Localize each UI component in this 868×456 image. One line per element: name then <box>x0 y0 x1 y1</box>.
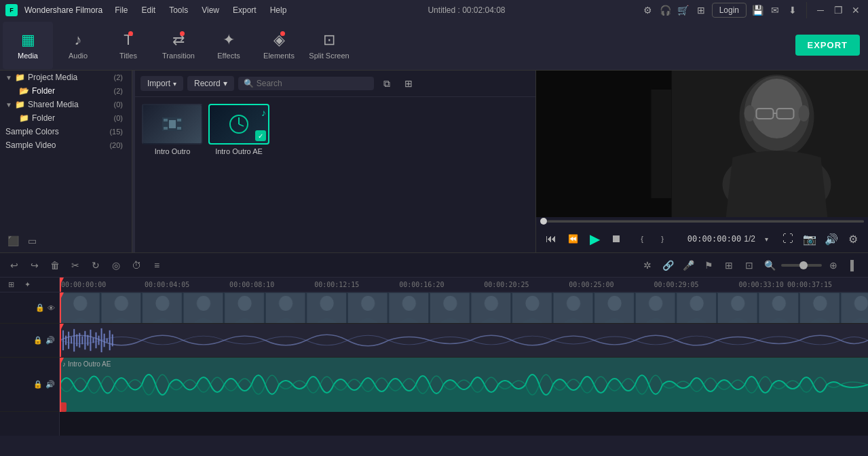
tab-transition[interactable]: ⇄ Transition <box>153 22 204 69</box>
titlebar-left: F Wondershare Filmora File Edit Tools Vi… <box>5 4 292 16</box>
motion-track-button[interactable]: ⊞ <box>720 256 738 274</box>
zoom-out-button[interactable]: 🔍 <box>761 256 778 274</box>
menu-tools[interactable]: Tools <box>164 4 193 16</box>
tab-elements[interactable]: ◈ Elements <box>254 22 304 69</box>
tab-media[interactable]: ▦ Media <box>3 22 53 69</box>
link-button[interactable]: 🔗 <box>659 256 677 274</box>
undo-button[interactable]: ↩ <box>5 256 23 274</box>
sidebar-button[interactable]: ▌ <box>845 256 863 274</box>
login-button[interactable]: Login <box>712 3 747 18</box>
import-button[interactable]: Import ▾ <box>140 76 183 91</box>
tree-folder2[interactable]: 📁 Folder (0) <box>0 111 132 125</box>
cut-button[interactable]: ✂ <box>67 256 84 274</box>
folder2-count: (0) <box>111 113 126 123</box>
menu-file[interactable]: File <box>109 4 133 16</box>
tree-project-media[interactable]: ▼ 📁 Project Media (2) <box>0 71 132 84</box>
adjust-button[interactable]: ≡ <box>148 256 166 274</box>
project-media-arrow: ▼ <box>5 74 12 81</box>
cart-icon[interactable]: 🛒 <box>677 3 690 17</box>
filter-button[interactable]: ⧉ <box>378 75 396 92</box>
stop-button[interactable]: ⏹ <box>607 229 626 248</box>
timeline-tracks[interactable]: 00:00:00:00 00:00:04:05 00:00:08:10 00:0… <box>60 278 868 436</box>
rewind-button[interactable]: ⏮ <box>542 229 561 248</box>
sample-colors-label: Sample Colors <box>5 127 106 136</box>
crop-button[interactable]: ◎ <box>107 256 125 274</box>
menu-help[interactable]: Help <box>265 4 293 16</box>
timeline-section: ↩ ↪ 🗑 ✂ ↻ ◎ ⏱ ≡ ✲ 🔗 🎤 ⚑ ⊞ ⊡ 🔍 ⊕ ▌ ⊞ <box>0 252 868 436</box>
mic-button[interactable]: 🎤 <box>679 256 697 274</box>
time-mark-7: 00:00:29:05 <box>654 281 698 288</box>
tree-folder[interactable]: 📂 Folder (2) <box>0 84 132 98</box>
pip-button[interactable]: ⊡ <box>740 256 758 274</box>
folder-label: Folder <box>32 86 111 96</box>
search-input[interactable] <box>257 79 369 88</box>
play-button[interactable]: ▶ <box>585 229 604 248</box>
email-icon[interactable]: ✉ <box>768 3 782 17</box>
audio-track-1[interactable]: // Generated via inline for waveform loo… <box>60 324 868 358</box>
titlebar-menu: File Edit Tools View Export Help <box>109 4 292 16</box>
fullscreen-button[interactable]: ⛶ <box>778 229 797 248</box>
media-item-intro-outro[interactable]: Intro Outro <box>142 104 203 155</box>
titlebar-separator <box>806 2 807 18</box>
media-item-intro-outro-ae[interactable]: ♪ ✓ Intro Outro AE <box>208 104 269 155</box>
titles-dot <box>128 31 133 36</box>
video-frame <box>536 71 868 217</box>
zoom-slider[interactable] <box>781 264 822 267</box>
close-button[interactable]: ✕ <box>849 3 863 17</box>
preview-scrubber[interactable] <box>536 217 868 225</box>
video-playhead <box>60 292 61 323</box>
audio-track-1-icon: 🔒 <box>33 336 43 345</box>
tab-audio[interactable]: ♪ Audio <box>53 22 103 69</box>
app-title: Wondershare Filmora <box>24 5 102 15</box>
audio-icon: ♪ <box>75 31 82 49</box>
tree-shared-media[interactable]: ▼ 📁 Shared Media (0) <box>0 98 132 111</box>
new-folder-button[interactable]: ⬛ <box>5 233 20 248</box>
menu-export[interactable]: Export <box>227 4 262 16</box>
view-toggle-button[interactable]: ⊞ <box>400 75 417 92</box>
settings2-button[interactable]: ⚙ <box>844 229 863 248</box>
tree-sample-video[interactable]: Sample Video (20) <box>0 138 132 152</box>
marker-button[interactable]: ⚑ <box>700 256 717 274</box>
next-frame-button[interactable]: } <box>653 229 672 248</box>
tab-split-screen[interactable]: ⊡ Split Screen <box>304 22 354 69</box>
search-box[interactable]: 🔍 <box>238 77 374 90</box>
step-back-button[interactable]: ⏪ <box>563 229 582 248</box>
settings-icon[interactable]: ⚙ <box>641 3 655 17</box>
scrubber-track[interactable] <box>547 221 864 223</box>
time-remap-button[interactable]: ⏱ <box>128 256 145 274</box>
audio-mute-icon: 🔊 <box>45 336 55 345</box>
delete-folder-button[interactable]: ▭ <box>24 233 39 248</box>
media-toolbar: Import ▾ Record ▾ 🔍 ⧉ ⊞ <box>135 71 535 97</box>
menu-edit[interactable]: Edit <box>136 4 162 16</box>
video-track[interactable] <box>60 292 868 324</box>
volume-button[interactable]: 🔊 <box>822 229 841 248</box>
headset-icon[interactable]: 🎧 <box>659 3 673 17</box>
redo-button[interactable]: ↪ <box>26 256 43 274</box>
page-dropdown[interactable]: ▾ <box>757 229 776 248</box>
download-icon[interactable]: ⬇ <box>786 3 799 17</box>
maximize-button[interactable]: ❐ <box>831 3 845 17</box>
tab-titles[interactable]: T Titles <box>103 22 153 69</box>
tree-sample-colors[interactable]: Sample Colors (15) <box>0 125 132 138</box>
zoom-thumb[interactable] <box>799 261 808 269</box>
svg-rect-31 <box>68 332 69 349</box>
minimize-button[interactable]: ─ <box>814 3 827 17</box>
screenshot-button[interactable]: 📷 <box>800 229 819 248</box>
page-indicator: 1/2 ▾ <box>744 229 776 248</box>
prev-frame-button[interactable]: { <box>633 229 652 248</box>
tab-effects[interactable]: ✦ Effects <box>204 22 254 69</box>
record-button[interactable]: Record ▾ <box>187 76 234 91</box>
add-track-button[interactable]: ⊞ <box>4 278 18 292</box>
delete-button[interactable]: 🗑 <box>46 256 64 274</box>
snap-button[interactable]: ✲ <box>639 256 656 274</box>
speed-button[interactable]: ↻ <box>87 256 105 274</box>
audio-track-2[interactable]: ♪ Intro Outro AE <box>60 358 868 412</box>
zoom-in-button[interactable]: ⊕ <box>825 256 842 274</box>
save-icon[interactable]: 💾 <box>751 3 764 17</box>
apps-icon[interactable]: ⊞ <box>694 3 708 17</box>
magnet-button[interactable]: ✦ <box>20 278 34 292</box>
time-display: 00:00:00:00 <box>687 234 741 244</box>
export-button[interactable]: EXPORT <box>795 35 860 56</box>
menu-view[interactable]: View <box>196 4 225 16</box>
preview-video <box>536 71 868 217</box>
